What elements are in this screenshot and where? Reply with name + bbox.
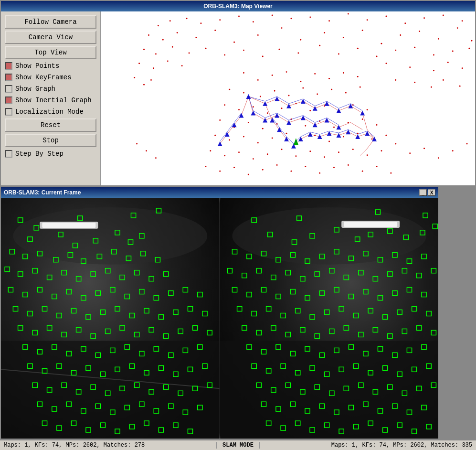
svg-point-24	[233, 42, 235, 43]
follow-camera-button[interactable]: Follow Camera	[5, 15, 96, 29]
svg-point-103	[253, 106, 254, 107]
svg-point-22	[195, 37, 197, 38]
svg-point-23	[214, 30, 216, 31]
right-camera-svg	[220, 198, 439, 439]
current-frame-titlebar: ORB-SLAM3: Current Frame _ X	[1, 187, 438, 198]
svg-point-149	[381, 150, 382, 151]
svg-point-152	[233, 167, 235, 168]
svg-point-159	[333, 167, 335, 168]
svg-point-18	[462, 20, 463, 21]
svg-point-16	[423, 17, 425, 19]
svg-point-60	[385, 63, 387, 64]
svg-point-9	[290, 18, 292, 19]
svg-point-118	[305, 125, 306, 127]
svg-rect-420	[344, 222, 397, 227]
svg-point-78	[423, 148, 425, 149]
stop-button[interactable]: Stop	[5, 134, 96, 147]
step-by-step-checkbox[interactable]	[5, 150, 12, 158]
svg-point-15	[404, 22, 406, 24]
svg-point-7	[253, 21, 254, 22]
svg-point-33	[419, 31, 420, 32]
minimize-button[interactable]: _	[419, 189, 427, 196]
step-by-step-row[interactable]: Step By Step	[5, 149, 96, 159]
svg-point-50	[376, 55, 378, 57]
svg-point-14	[385, 15, 387, 17]
svg-point-72	[459, 86, 461, 87]
svg-point-32	[400, 34, 401, 36]
svg-point-71	[443, 79, 444, 81]
svg-point-28	[324, 32, 325, 33]
svg-point-44	[262, 55, 264, 57]
svg-point-12	[348, 13, 349, 14]
svg-point-19	[148, 34, 149, 36]
svg-point-3	[186, 18, 188, 19]
map-viewer-window: ORB-SLAM3: Map Viewer Follow Camera Came…	[0, 0, 476, 186]
current-frame-title: ORB-SLAM3: Current Frame	[4, 189, 81, 196]
localization-mode-checkbox[interactable]	[5, 108, 12, 116]
svg-point-75	[155, 157, 157, 159]
svg-point-101	[224, 104, 225, 106]
svg-point-161	[362, 171, 363, 172]
svg-point-133	[343, 136, 344, 138]
svg-point-1	[158, 25, 159, 26]
sidebar: Follow Camera Camera View Top View Show …	[1, 11, 101, 185]
show-keyframes-checkbox[interactable]	[5, 74, 12, 81]
show-points-row[interactable]: Show Points	[5, 61, 96, 71]
svg-point-76	[395, 143, 396, 144]
show-graph-checkbox[interactable]	[5, 85, 12, 93]
top-view-button[interactable]: Top View	[5, 46, 96, 59]
svg-point-70	[431, 86, 432, 88]
svg-point-83	[257, 79, 259, 81]
svg-point-37	[143, 49, 145, 50]
svg-point-143	[295, 155, 296, 157]
svg-point-127	[257, 142, 259, 143]
current-frame-window: ORB-SLAM3: Current Frame _ X	[0, 186, 439, 439]
svg-point-121	[348, 122, 349, 123]
status-bar: Maps: 1, KFs: 74, MPs: 2602, Matches: 27…	[0, 439, 476, 450]
svg-point-6	[238, 15, 240, 17]
svg-point-138	[224, 155, 225, 156]
svg-point-31	[381, 43, 382, 44]
close-button[interactable]: X	[428, 189, 435, 196]
svg-point-151	[219, 171, 221, 172]
svg-point-135	[371, 139, 373, 140]
svg-point-62	[433, 70, 434, 71]
show-graph-row[interactable]: Show Graph	[5, 84, 96, 94]
svg-point-74	[146, 150, 147, 151]
map-viewer-title: ORB-SLAM3: Map Viewer	[203, 3, 272, 10]
svg-point-154	[262, 169, 264, 171]
localization-mode-row[interactable]: Localization Mode	[5, 107, 96, 117]
show-inertial-graph-row[interactable]: Show Inertial Graph	[5, 96, 96, 105]
show-points-checkbox[interactable]	[5, 62, 12, 70]
svg-point-157	[305, 166, 306, 167]
svg-point-163	[390, 172, 391, 174]
svg-point-91	[229, 89, 230, 90]
svg-point-81	[466, 143, 468, 144]
svg-point-49	[357, 48, 359, 49]
svg-point-147	[352, 149, 354, 150]
svg-point-124	[214, 135, 216, 136]
svg-point-35	[457, 27, 458, 29]
svg-point-36	[471, 40, 473, 42]
show-inertial-graph-checkbox[interactable]	[5, 96, 12, 104]
svg-point-105	[281, 107, 283, 109]
svg-point-29	[343, 37, 344, 38]
show-graph-label: Show Graph	[15, 85, 55, 93]
svg-point-100	[360, 86, 361, 88]
reset-button[interactable]: Reset	[5, 118, 96, 132]
svg-point-64	[462, 67, 463, 69]
svg-point-30	[362, 30, 363, 31]
svg-point-52	[414, 47, 415, 48]
show-keyframes-row[interactable]: Show KeyFrames	[5, 73, 96, 82]
svg-point-41	[205, 48, 206, 49]
svg-point-73	[136, 143, 138, 144]
svg-rect-275	[42, 223, 95, 228]
svg-point-104	[267, 112, 268, 114]
svg-point-85	[286, 71, 287, 73]
camera-view-button[interactable]: Camera View	[5, 31, 96, 44]
svg-point-111	[367, 109, 368, 110]
svg-point-129	[286, 133, 287, 134]
svg-rect-0	[101, 11, 475, 185]
svg-point-13	[367, 19, 368, 21]
svg-point-98	[331, 89, 332, 90]
